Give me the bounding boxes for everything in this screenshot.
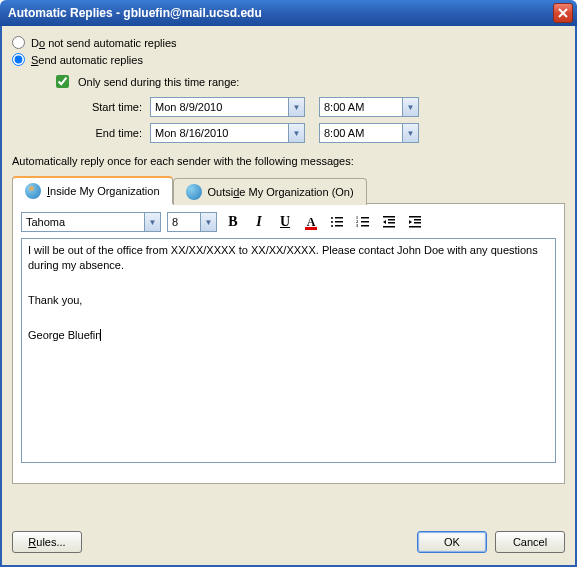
end-time-row: End time: Mon 8/16/2010 ▼ 8:00 AM ▼	[52, 123, 565, 143]
svg-rect-18	[414, 219, 421, 221]
svg-point-0	[331, 217, 333, 219]
svg-rect-3	[335, 221, 343, 223]
dialog-buttons: Rules... OK Cancel	[12, 531, 565, 553]
tab-outside-org[interactable]: Outside My Organization (On)	[173, 178, 367, 205]
window-title: Automatic Replies - gbluefin@mail.ucsd.e…	[8, 6, 262, 20]
number-list-button[interactable]: 123	[353, 212, 373, 232]
do-not-send-radio[interactable]	[12, 36, 25, 49]
start-date-value: Mon 8/9/2010	[155, 101, 222, 113]
svg-rect-17	[409, 216, 421, 218]
chevron-down-icon: ▼	[402, 124, 418, 142]
close-button[interactable]	[553, 3, 573, 23]
tab-content: Tahoma ▼ 8 ▼ B I U A 123	[12, 204, 565, 484]
chevron-down-icon: ▼	[144, 213, 160, 231]
message-editor[interactable]: I will be out of the office from XX/XX/X…	[21, 238, 556, 463]
globe-icon	[186, 184, 202, 200]
italic-button[interactable]: I	[249, 212, 269, 232]
rules-button[interactable]: Rules...	[12, 531, 82, 553]
title-bar: Automatic Replies - gbluefin@mail.ucsd.e…	[0, 0, 577, 26]
chevron-down-icon: ▼	[288, 124, 304, 142]
only-range-row[interactable]: Only send during this time range:	[52, 72, 565, 91]
svg-rect-9	[361, 221, 369, 223]
svg-rect-1	[335, 217, 343, 219]
svg-rect-15	[388, 222, 395, 224]
svg-rect-7	[361, 217, 369, 219]
chevron-down-icon: ▼	[288, 98, 304, 116]
svg-rect-16	[383, 226, 395, 228]
send-radio[interactable]	[12, 53, 25, 66]
font-size-value: 8	[172, 216, 178, 228]
message-line: Thank you,	[28, 293, 549, 308]
svg-text:3: 3	[356, 223, 358, 228]
font-color-button[interactable]: A	[301, 212, 321, 232]
bullet-list-button[interactable]	[327, 212, 347, 232]
start-time-combo[interactable]: 8:00 AM ▼	[319, 97, 419, 117]
underline-button[interactable]: U	[275, 212, 295, 232]
do-not-send-row[interactable]: Do not send automatic replies	[12, 36, 565, 49]
dialog-body: Do not send automatic replies Send autom…	[0, 26, 577, 567]
ok-button[interactable]: OK	[417, 531, 487, 553]
svg-rect-5	[335, 225, 343, 227]
end-time-label: End time:	[52, 127, 142, 139]
start-date-combo[interactable]: Mon 8/9/2010 ▼	[150, 97, 305, 117]
svg-rect-12	[383, 216, 395, 218]
font-size-combo[interactable]: 8 ▼	[167, 212, 217, 232]
svg-point-2	[331, 221, 333, 223]
formatting-toolbar: Tahoma ▼ 8 ▼ B I U A 123	[21, 212, 556, 232]
font-name-combo[interactable]: Tahoma ▼	[21, 212, 161, 232]
bold-button[interactable]: B	[223, 212, 243, 232]
cancel-button[interactable]: Cancel	[495, 531, 565, 553]
svg-rect-11	[361, 225, 369, 227]
only-range-checkbox[interactable]	[56, 75, 69, 88]
chevron-down-icon: ▼	[402, 98, 418, 116]
send-label: Send automatic replies	[31, 54, 143, 66]
svg-point-4	[331, 225, 333, 227]
start-time-row: Start time: Mon 8/9/2010 ▼ 8:00 AM ▼	[52, 97, 565, 117]
section-label: Automatically reply once for each sender…	[12, 155, 565, 167]
increase-indent-button[interactable]	[405, 212, 425, 232]
do-not-send-label: Do not send automatic replies	[31, 37, 177, 49]
start-time-label: Start time:	[52, 101, 142, 113]
send-row[interactable]: Send automatic replies	[12, 53, 565, 66]
end-time-combo[interactable]: 8:00 AM ▼	[319, 123, 419, 143]
end-time-value: 8:00 AM	[324, 127, 364, 139]
start-time-value: 8:00 AM	[324, 101, 364, 113]
text-cursor-icon	[100, 329, 101, 341]
tab-inside-label: Inside My Organization	[47, 185, 160, 197]
svg-rect-13	[388, 219, 395, 221]
only-range-label: Only send during this time range:	[78, 76, 239, 88]
end-date-combo[interactable]: Mon 8/16/2010 ▼	[150, 123, 305, 143]
chevron-down-icon: ▼	[200, 213, 216, 231]
svg-rect-20	[414, 222, 421, 224]
person-icon	[25, 183, 41, 199]
tab-inside-org[interactable]: Inside My Organization	[12, 176, 173, 204]
svg-rect-21	[409, 226, 421, 228]
message-line: George Bluefin	[28, 328, 549, 343]
svg-marker-19	[409, 220, 412, 224]
tab-outside-label: Outside My Organization (On)	[208, 186, 354, 198]
message-line: I will be out of the office from XX/XX/X…	[28, 243, 549, 274]
tabs: Inside My Organization Outside My Organi…	[12, 175, 565, 204]
decrease-indent-button[interactable]	[379, 212, 399, 232]
end-date-value: Mon 8/16/2010	[155, 127, 228, 139]
svg-marker-14	[383, 220, 386, 224]
font-name-value: Tahoma	[26, 216, 65, 228]
